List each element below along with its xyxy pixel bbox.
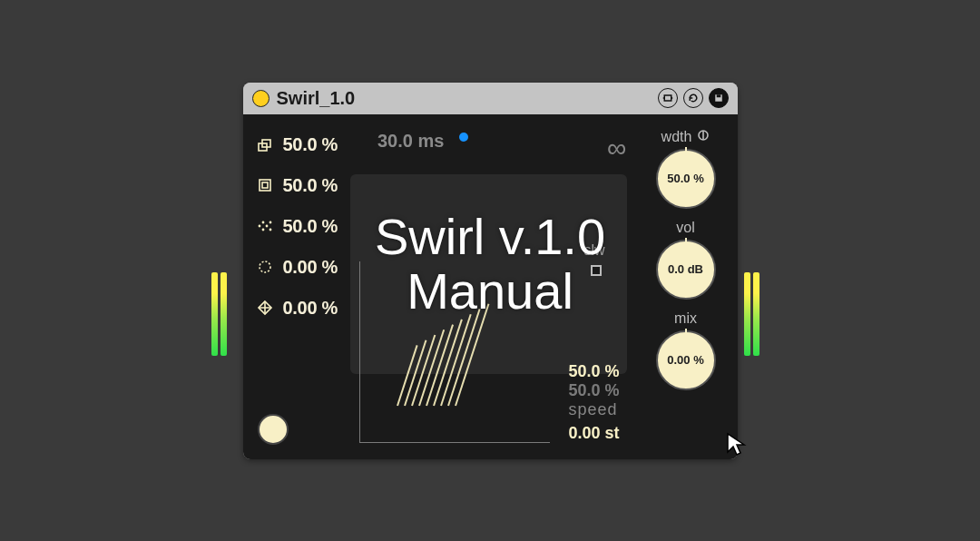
stereo-icon [697, 129, 710, 145]
3d-plot[interactable] [359, 261, 550, 443]
width-knob-group: wdth 50.0 % [656, 129, 716, 209]
speed-label: speed [568, 400, 619, 419]
param-column: 50.0 % 50.0 % 50.0 % 0.00 % 0.00 % [256, 129, 338, 443]
width-label: wdth [662, 129, 692, 145]
feedback-a[interactable]: 50.0 % [568, 362, 619, 381]
vol-knob[interactable]: 0.0 dB [656, 240, 716, 300]
input-meter-left [211, 272, 230, 356]
device-title: Swirl_1.0 [277, 88, 651, 109]
mix-knob[interactable]: 0.00 % [656, 330, 716, 390]
scatter-icon [256, 217, 274, 235]
expand-icon[interactable] [658, 88, 678, 108]
knob-pointer [685, 238, 687, 247]
plot-lines [397, 297, 496, 406]
param-5[interactable]: 0.00 % [256, 298, 338, 319]
svg-point-13 [269, 221, 271, 224]
vol-value: 0.0 dB [668, 262, 703, 276]
param-value: 0.00 % [283, 257, 338, 278]
window-icon [256, 176, 274, 194]
mix-value: 0.00 % [667, 353, 703, 367]
slew-target[interactable] [591, 265, 602, 276]
meter-bar [753, 272, 760, 356]
vol-label: vol [676, 220, 694, 236]
vol-knob-group: vol 0.0 dB [656, 220, 716, 300]
titlebar-icons [658, 88, 729, 108]
titlebar: Swirl_1.0 [243, 83, 738, 114]
param-value: 50.0 % [283, 134, 338, 155]
refresh-icon[interactable] [683, 88, 703, 108]
plugin-window: Swirl_1.0 50.0 % [243, 83, 738, 459]
sparkle-icon [256, 258, 274, 276]
modulation-indicator [459, 133, 468, 142]
param-value: 0.00 % [283, 298, 338, 319]
output-meter-right [744, 272, 762, 356]
svg-point-12 [265, 225, 268, 228]
knob-pointer [685, 147, 687, 156]
svg-rect-7 [260, 180, 270, 191]
svg-point-10 [261, 221, 264, 224]
save-icon[interactable] [709, 88, 729, 108]
slew-label: slw [583, 242, 604, 259]
knob-column: wdth 50.0 % vol 0.0 dB mix [651, 129, 721, 443]
width-knob[interactable]: 50.0 % [656, 149, 716, 209]
svg-rect-0 [664, 95, 671, 101]
svg-point-9 [258, 225, 260, 228]
svg-point-14 [269, 229, 271, 231]
param-value: 50.0 % [283, 175, 338, 196]
svg-rect-4 [716, 94, 720, 97]
feedback-values: 50.0 % 50.0 % speed [568, 362, 619, 419]
depth-icon [256, 135, 274, 153]
param-4[interactable]: 0.00 % [256, 257, 338, 278]
width-value: 50.0 % [667, 172, 703, 185]
center-visualizer: 30.0 ms ∞ slw [350, 129, 638, 443]
param-1[interactable]: 50.0 % [256, 134, 338, 155]
delay-time[interactable]: 30.0 ms [377, 131, 444, 152]
mouse-cursor-icon [726, 432, 748, 464]
feedback-b[interactable]: 50.0 % [568, 381, 619, 400]
svg-point-11 [261, 229, 264, 231]
param-value: 50.0 % [283, 216, 338, 237]
mix-label: mix [674, 310, 697, 327]
meter-bar [211, 272, 218, 356]
meter-bar [220, 272, 227, 356]
svg-rect-8 [262, 182, 268, 188]
tune-value[interactable]: 0.00 st [568, 424, 619, 443]
param-3[interactable]: 50.0 % [256, 216, 338, 237]
param-2[interactable]: 50.0 % [256, 175, 338, 196]
xy-pad-button[interactable] [258, 414, 289, 445]
svg-point-15 [260, 261, 270, 272]
device-body: 50.0 % 50.0 % 50.0 % 0.00 % 0.00 % [243, 114, 738, 459]
meter-bar [744, 272, 750, 356]
infinity-icon[interactable]: ∞ [607, 133, 626, 163]
mix-knob-group: mix 0.00 % [656, 310, 716, 390]
grid-icon [256, 299, 274, 317]
device-enable-button[interactable] [252, 90, 270, 107]
knob-pointer [685, 329, 687, 338]
